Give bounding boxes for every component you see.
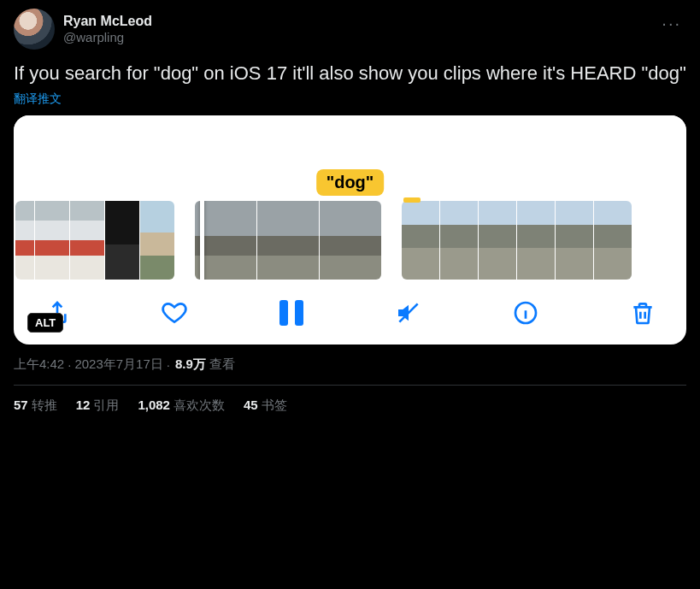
- clip-thumbnail-group[interactable]: [15, 201, 174, 280]
- mute-button[interactable]: [391, 295, 426, 331]
- info-button[interactable]: [508, 295, 544, 331]
- delete-button[interactable]: [625, 295, 661, 331]
- alt-badge[interactable]: ALT: [27, 313, 63, 333]
- like-button[interactable]: [156, 295, 192, 331]
- tweet: ··· Ryan McLeod @warpling If you search …: [14, 9, 686, 414]
- clip-thumbnail-group-active[interactable]: [195, 201, 381, 280]
- divider: [14, 385, 686, 386]
- caption-tick: [403, 197, 421, 203]
- tweet-stats: 57转推 12引用 1,082喜欢次数 45书签: [14, 398, 686, 414]
- pause-button[interactable]: [274, 295, 309, 331]
- tweet-text: If you search for "dog" on iOS 17 it'll …: [14, 62, 686, 86]
- tweet-header: Ryan McLeod @warpling: [14, 9, 686, 50]
- user-handle: @warpling: [63, 30, 152, 45]
- clip-thumbnail-group[interactable]: [402, 201, 632, 280]
- media-card[interactable]: "dog": [14, 115, 686, 345]
- translate-link[interactable]: 翻译推文: [14, 91, 686, 107]
- views-count: 8.9万: [175, 356, 206, 373]
- media-toolbar: [14, 280, 686, 334]
- caption-bubble: "dog": [316, 169, 385, 196]
- tweet-meta: 上午4:42 · 2023年7月17日 · 8.9万 查看: [14, 356, 686, 373]
- display-name: Ryan McLeod: [63, 13, 152, 29]
- tweet-time[interactable]: 上午4:42: [14, 356, 64, 373]
- media-top-area: "dog": [14, 115, 686, 201]
- pause-icon: [279, 300, 303, 326]
- likes-stat[interactable]: 1,082喜欢次数: [138, 398, 225, 414]
- quotes-stat[interactable]: 12引用: [76, 398, 120, 414]
- retweets-stat[interactable]: 57转推: [14, 398, 57, 414]
- info-icon: [512, 299, 539, 327]
- tweet-date[interactable]: 2023年7月17日: [74, 356, 162, 373]
- author-names[interactable]: Ryan McLeod @warpling: [63, 13, 152, 44]
- heart-icon: [161, 299, 188, 327]
- views-label: 查看: [209, 356, 235, 373]
- more-menu-button[interactable]: ···: [662, 14, 681, 33]
- playhead[interactable]: [200, 201, 204, 280]
- trash-icon: [629, 299, 656, 327]
- mute-icon: [395, 299, 422, 327]
- video-scrubber-strip[interactable]: [14, 201, 686, 280]
- avatar[interactable]: [14, 9, 55, 50]
- bookmarks-stat[interactable]: 45书签: [244, 398, 287, 414]
